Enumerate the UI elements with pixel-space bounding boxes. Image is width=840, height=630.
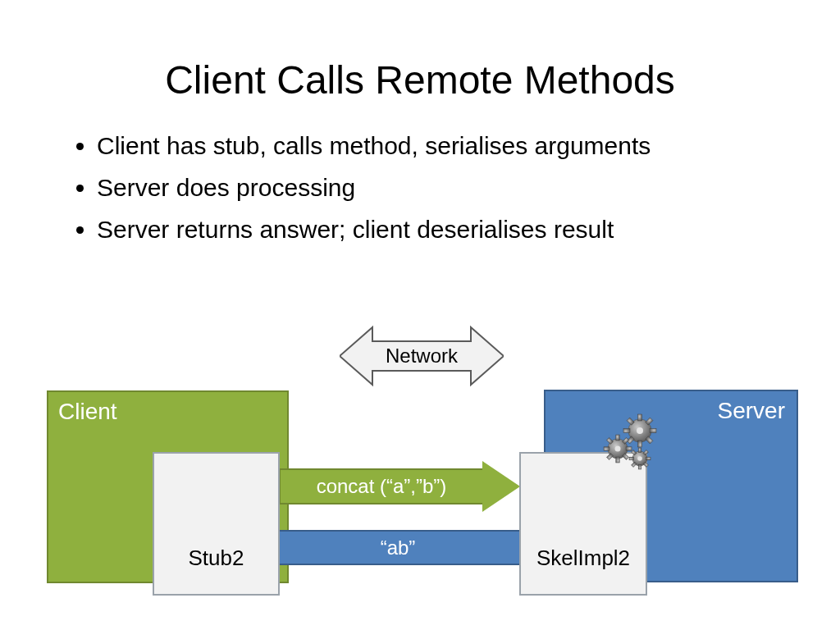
network-arrow: Network <box>340 323 504 389</box>
network-label: Network <box>340 323 504 389</box>
diagram: Client Server Network concat (“a”,”b”) “… <box>0 0 840 630</box>
svg-point-6 <box>615 446 621 452</box>
gears-icon <box>597 409 663 475</box>
svg-point-3 <box>637 427 643 434</box>
svg-point-9 <box>637 456 642 461</box>
call-arrow: concat (“a”,”b”) <box>279 461 521 512</box>
stub-label: Stub2 <box>189 546 244 571</box>
skel-label: SkelImpl2 <box>536 546 630 571</box>
return-label: “ab” <box>276 530 521 565</box>
return-arrow: “ab” <box>240 523 521 573</box>
server-label: Server <box>718 398 785 424</box>
svg-rect-5 <box>616 435 619 441</box>
call-label: concat (“a”,”b”) <box>279 468 482 504</box>
svg-rect-2 <box>638 414 642 421</box>
client-label: Client <box>58 399 117 425</box>
slide: Client Calls Remote Methods Client has s… <box>0 0 840 630</box>
svg-rect-8 <box>638 448 641 453</box>
stub-box: Stub2 <box>153 452 280 596</box>
